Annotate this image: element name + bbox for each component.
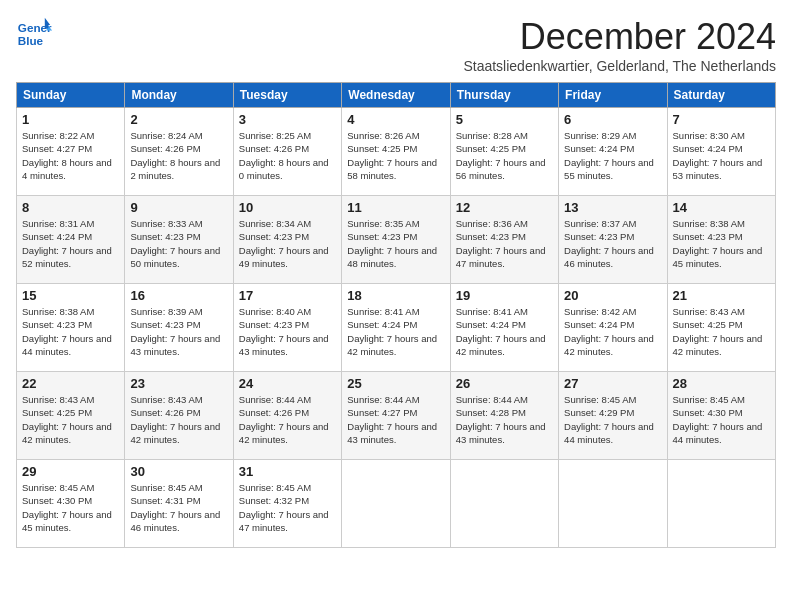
day-info: Sunrise: 8:41 AMSunset: 4:24 PMDaylight:… [456, 305, 553, 358]
calendar-cell: 23Sunrise: 8:43 AMSunset: 4:26 PMDayligh… [125, 372, 233, 460]
day-info: Sunrise: 8:39 AMSunset: 4:23 PMDaylight:… [130, 305, 227, 358]
day-info: Sunrise: 8:44 AMSunset: 4:27 PMDaylight:… [347, 393, 444, 446]
col-header-sunday: Sunday [17, 83, 125, 108]
day-number: 28 [673, 376, 770, 391]
day-info: Sunrise: 8:30 AMSunset: 4:24 PMDaylight:… [673, 129, 770, 182]
calendar-cell [342, 460, 450, 548]
calendar-cell: 14Sunrise: 8:38 AMSunset: 4:23 PMDayligh… [667, 196, 775, 284]
calendar-cell: 20Sunrise: 8:42 AMSunset: 4:24 PMDayligh… [559, 284, 667, 372]
svg-text:Blue: Blue [18, 34, 44, 47]
calendar-cell: 13Sunrise: 8:37 AMSunset: 4:23 PMDayligh… [559, 196, 667, 284]
day-number: 10 [239, 200, 336, 215]
day-number: 18 [347, 288, 444, 303]
day-number: 23 [130, 376, 227, 391]
day-number: 15 [22, 288, 119, 303]
day-info: Sunrise: 8:22 AMSunset: 4:27 PMDaylight:… [22, 129, 119, 182]
day-info: Sunrise: 8:42 AMSunset: 4:24 PMDaylight:… [564, 305, 661, 358]
day-info: Sunrise: 8:45 AMSunset: 4:32 PMDaylight:… [239, 481, 336, 534]
calendar-cell: 18Sunrise: 8:41 AMSunset: 4:24 PMDayligh… [342, 284, 450, 372]
day-info: Sunrise: 8:43 AMSunset: 4:26 PMDaylight:… [130, 393, 227, 446]
day-number: 30 [130, 464, 227, 479]
calendar-cell: 30Sunrise: 8:45 AMSunset: 4:31 PMDayligh… [125, 460, 233, 548]
col-header-wednesday: Wednesday [342, 83, 450, 108]
day-number: 31 [239, 464, 336, 479]
day-number: 3 [239, 112, 336, 127]
day-number: 16 [130, 288, 227, 303]
day-info: Sunrise: 8:37 AMSunset: 4:23 PMDaylight:… [564, 217, 661, 270]
calendar-cell: 19Sunrise: 8:41 AMSunset: 4:24 PMDayligh… [450, 284, 558, 372]
day-number: 21 [673, 288, 770, 303]
calendar-cell: 28Sunrise: 8:45 AMSunset: 4:30 PMDayligh… [667, 372, 775, 460]
day-info: Sunrise: 8:45 AMSunset: 4:31 PMDaylight:… [130, 481, 227, 534]
calendar-cell: 3Sunrise: 8:25 AMSunset: 4:26 PMDaylight… [233, 108, 341, 196]
subtitle: Staatsliedenkwartier, Gelderland, The Ne… [463, 58, 776, 74]
month-title: December 2024 [463, 16, 776, 58]
calendar-cell [667, 460, 775, 548]
day-number: 25 [347, 376, 444, 391]
day-info: Sunrise: 8:38 AMSunset: 4:23 PMDaylight:… [22, 305, 119, 358]
day-info: Sunrise: 8:25 AMSunset: 4:26 PMDaylight:… [239, 129, 336, 182]
calendar-cell: 8Sunrise: 8:31 AMSunset: 4:24 PMDaylight… [17, 196, 125, 284]
calendar-week-5: 29Sunrise: 8:45 AMSunset: 4:30 PMDayligh… [17, 460, 776, 548]
day-number: 19 [456, 288, 553, 303]
calendar-cell: 12Sunrise: 8:36 AMSunset: 4:23 PMDayligh… [450, 196, 558, 284]
calendar-week-4: 22Sunrise: 8:43 AMSunset: 4:25 PMDayligh… [17, 372, 776, 460]
day-info: Sunrise: 8:38 AMSunset: 4:23 PMDaylight:… [673, 217, 770, 270]
calendar-cell: 29Sunrise: 8:45 AMSunset: 4:30 PMDayligh… [17, 460, 125, 548]
calendar-cell [559, 460, 667, 548]
day-number: 5 [456, 112, 553, 127]
calendar-week-1: 1Sunrise: 8:22 AMSunset: 4:27 PMDaylight… [17, 108, 776, 196]
day-number: 22 [22, 376, 119, 391]
calendar-cell: 11Sunrise: 8:35 AMSunset: 4:23 PMDayligh… [342, 196, 450, 284]
calendar-cell [450, 460, 558, 548]
day-number: 27 [564, 376, 661, 391]
calendar-cell: 31Sunrise: 8:45 AMSunset: 4:32 PMDayligh… [233, 460, 341, 548]
day-number: 17 [239, 288, 336, 303]
col-header-tuesday: Tuesday [233, 83, 341, 108]
day-info: Sunrise: 8:31 AMSunset: 4:24 PMDaylight:… [22, 217, 119, 270]
day-info: Sunrise: 8:34 AMSunset: 4:23 PMDaylight:… [239, 217, 336, 270]
day-number: 1 [22, 112, 119, 127]
day-info: Sunrise: 8:41 AMSunset: 4:24 PMDaylight:… [347, 305, 444, 358]
logo: General Blue [16, 16, 52, 52]
calendar-cell: 22Sunrise: 8:43 AMSunset: 4:25 PMDayligh… [17, 372, 125, 460]
col-header-saturday: Saturday [667, 83, 775, 108]
day-number: 12 [456, 200, 553, 215]
day-info: Sunrise: 8:26 AMSunset: 4:25 PMDaylight:… [347, 129, 444, 182]
day-number: 7 [673, 112, 770, 127]
day-info: Sunrise: 8:45 AMSunset: 4:30 PMDaylight:… [22, 481, 119, 534]
day-info: Sunrise: 8:43 AMSunset: 4:25 PMDaylight:… [22, 393, 119, 446]
day-info: Sunrise: 8:33 AMSunset: 4:23 PMDaylight:… [130, 217, 227, 270]
calendar-table: SundayMondayTuesdayWednesdayThursdayFrid… [16, 82, 776, 548]
calendar-cell: 16Sunrise: 8:39 AMSunset: 4:23 PMDayligh… [125, 284, 233, 372]
calendar-cell: 2Sunrise: 8:24 AMSunset: 4:26 PMDaylight… [125, 108, 233, 196]
day-number: 26 [456, 376, 553, 391]
calendar-cell: 10Sunrise: 8:34 AMSunset: 4:23 PMDayligh… [233, 196, 341, 284]
col-header-monday: Monday [125, 83, 233, 108]
col-header-thursday: Thursday [450, 83, 558, 108]
calendar-cell: 27Sunrise: 8:45 AMSunset: 4:29 PMDayligh… [559, 372, 667, 460]
calendar-cell: 7Sunrise: 8:30 AMSunset: 4:24 PMDaylight… [667, 108, 775, 196]
day-info: Sunrise: 8:44 AMSunset: 4:26 PMDaylight:… [239, 393, 336, 446]
calendar-cell: 15Sunrise: 8:38 AMSunset: 4:23 PMDayligh… [17, 284, 125, 372]
calendar-cell: 6Sunrise: 8:29 AMSunset: 4:24 PMDaylight… [559, 108, 667, 196]
calendar-cell: 17Sunrise: 8:40 AMSunset: 4:23 PMDayligh… [233, 284, 341, 372]
calendar-cell: 24Sunrise: 8:44 AMSunset: 4:26 PMDayligh… [233, 372, 341, 460]
day-info: Sunrise: 8:28 AMSunset: 4:25 PMDaylight:… [456, 129, 553, 182]
logo-icon: General Blue [16, 16, 52, 52]
day-number: 13 [564, 200, 661, 215]
col-header-friday: Friday [559, 83, 667, 108]
day-info: Sunrise: 8:36 AMSunset: 4:23 PMDaylight:… [456, 217, 553, 270]
day-info: Sunrise: 8:24 AMSunset: 4:26 PMDaylight:… [130, 129, 227, 182]
day-number: 4 [347, 112, 444, 127]
calendar-cell: 9Sunrise: 8:33 AMSunset: 4:23 PMDaylight… [125, 196, 233, 284]
page-header: General Blue December 2024 Staatsliedenk… [16, 16, 776, 74]
calendar-week-3: 15Sunrise: 8:38 AMSunset: 4:23 PMDayligh… [17, 284, 776, 372]
calendar-cell: 1Sunrise: 8:22 AMSunset: 4:27 PMDaylight… [17, 108, 125, 196]
day-info: Sunrise: 8:45 AMSunset: 4:30 PMDaylight:… [673, 393, 770, 446]
day-number: 6 [564, 112, 661, 127]
day-info: Sunrise: 8:29 AMSunset: 4:24 PMDaylight:… [564, 129, 661, 182]
calendar-week-2: 8Sunrise: 8:31 AMSunset: 4:24 PMDaylight… [17, 196, 776, 284]
day-info: Sunrise: 8:45 AMSunset: 4:29 PMDaylight:… [564, 393, 661, 446]
title-block: December 2024 Staatsliedenkwartier, Geld… [463, 16, 776, 74]
